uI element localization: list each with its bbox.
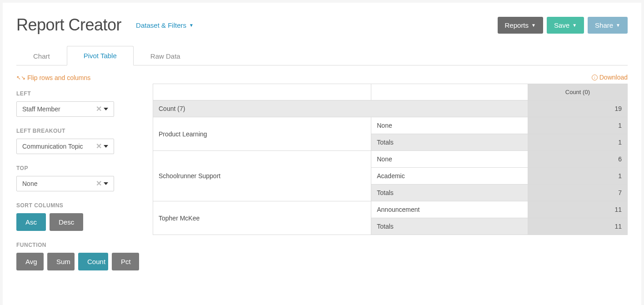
left-select-value: Staff Member <box>22 105 60 113</box>
chevron-down-icon: ▼ <box>616 23 620 28</box>
left-label: LEFT <box>16 90 139 97</box>
left-select[interactable]: Staff Member ✕ <box>16 101 114 117</box>
clear-icon[interactable]: ✕ <box>96 180 102 187</box>
chevron-down-icon: ▼ <box>189 23 194 28</box>
group-name[interactable]: Product Learning <box>153 117 371 151</box>
dataset-filters-label: Dataset & Filters <box>136 21 186 29</box>
subrow-label: Totals <box>371 218 528 235</box>
top-label: TOP <box>16 165 139 171</box>
save-button-label: Save <box>554 21 569 29</box>
subrow-value: 1 <box>528 117 627 134</box>
clear-icon[interactable]: ✕ <box>96 105 102 113</box>
tab-pivot-table[interactable]: Pivot Table <box>67 46 134 65</box>
subrow-value: 11 <box>528 218 627 235</box>
sort-asc-button[interactable]: Asc <box>16 213 46 231</box>
tabs: Chart Pivot Table Raw Data <box>16 45 628 65</box>
subrow-label: Announcement <box>371 201 528 218</box>
flip-rows-columns-link[interactable]: ↖↘ Flip rows and columns <box>16 74 90 81</box>
func-count-button[interactable]: Count <box>78 253 108 270</box>
top-select-value: None <box>22 180 37 187</box>
top-select[interactable]: None ✕ <box>16 176 114 191</box>
group-name[interactable]: Topher McKee <box>153 201 371 235</box>
sidebar: ↖↘ Flip rows and columns LEFT Staff Memb… <box>16 74 139 281</box>
caret-down-icon <box>104 182 108 185</box>
download-link[interactable]: ↓ Download <box>592 74 628 81</box>
sort-columns-label: SORT COLUMNS <box>16 202 139 209</box>
table-row: Schoolrunner SupportNone6 <box>153 151 628 168</box>
left-breakout-label: LEFT BREAKOUT <box>16 128 139 134</box>
table-row: Topher McKeeAnnouncement11 <box>153 201 628 218</box>
subrow-label: None <box>371 151 528 168</box>
tab-chart[interactable]: Chart <box>16 46 67 65</box>
swap-icon: ↖↘ <box>16 75 25 81</box>
subrow-value: 1 <box>528 168 627 185</box>
share-button[interactable]: Share ▼ <box>588 17 628 34</box>
dataset-filters-link[interactable]: Dataset & Filters ▼ <box>136 21 194 29</box>
subrow-value: 7 <box>528 185 627 201</box>
download-label: Download <box>599 74 628 81</box>
subrow-label: Academic <box>371 168 528 185</box>
pivot-table: Count (0)Count (7)19Product LearningNone… <box>153 84 628 235</box>
func-sum-button[interactable]: Sum <box>47 253 75 270</box>
subrow-label: Totals <box>371 185 528 201</box>
share-button-label: Share <box>595 21 613 29</box>
left-breakout-select[interactable]: Communication Topic ✕ <box>16 139 114 154</box>
left-breakout-value: Communication Topic <box>22 143 83 150</box>
clear-icon[interactable]: ✕ <box>96 143 102 150</box>
table-row: Product LearningNone1 <box>153 117 628 134</box>
group-name[interactable]: Schoolrunner Support <box>153 151 371 201</box>
header-blank <box>153 84 371 100</box>
reports-button-label: Reports <box>505 21 529 29</box>
save-button[interactable]: Save ▼ <box>547 17 584 34</box>
subrow-label: Totals <box>371 134 528 151</box>
flip-label: Flip rows and columns <box>27 74 90 81</box>
header-blank <box>371 84 528 100</box>
caret-down-icon <box>104 145 108 148</box>
subrow-label: None <box>371 117 528 134</box>
reports-button[interactable]: Reports ▼ <box>498 17 543 34</box>
function-label: FUNCTION <box>16 242 139 248</box>
count-row-value: 19 <box>528 100 627 117</box>
sort-desc-button[interactable]: Desc <box>50 213 83 231</box>
caret-down-icon <box>104 108 108 110</box>
page-title: Report Creator <box>16 15 121 35</box>
download-icon: ↓ <box>592 75 598 80</box>
func-pct-button[interactable]: Pct <box>112 253 139 270</box>
chevron-down-icon: ▼ <box>572 23 577 28</box>
count-header: Count (0) <box>528 84 627 100</box>
func-avg-button[interactable]: Avg <box>16 253 44 270</box>
chevron-down-icon: ▼ <box>531 23 536 28</box>
tab-raw-data[interactable]: Raw Data <box>134 46 197 65</box>
subrow-value: 11 <box>528 201 627 218</box>
subrow-value: 6 <box>528 151 627 168</box>
count-row-label: Count (7) <box>153 100 528 117</box>
subrow-value: 1 <box>528 134 627 151</box>
